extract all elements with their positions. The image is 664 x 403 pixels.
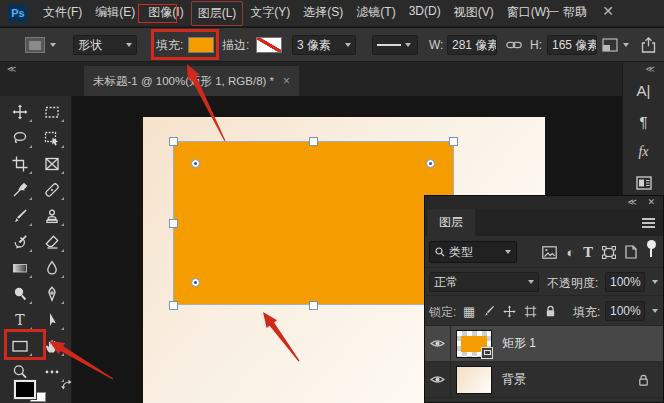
filter-adjustment-icon[interactable]: ◐ bbox=[566, 245, 574, 260]
handle-middle-left[interactable] bbox=[169, 219, 178, 228]
opacity-label: 不透明度: bbox=[547, 275, 598, 292]
lock-pixels-icon[interactable] bbox=[483, 305, 495, 317]
opacity-field[interactable]: 100% bbox=[605, 272, 645, 292]
menu-item[interactable]: 选择(S) bbox=[297, 1, 349, 26]
layer-row-background[interactable]: 背景 bbox=[425, 362, 663, 398]
handle-top-left[interactable] bbox=[169, 137, 178, 146]
chevron-down-icon[interactable] bbox=[652, 309, 658, 313]
layer-name[interactable]: 矩形 1 bbox=[502, 335, 536, 352]
filter-type-select[interactable]: 类型 bbox=[429, 241, 517, 263]
filter-smart-object-icon[interactable] bbox=[625, 245, 637, 259]
link-dimensions-button[interactable] bbox=[506, 35, 522, 55]
layer-row-rectangle[interactable]: 矩形 1 bbox=[425, 326, 663, 362]
pen-tool[interactable] bbox=[38, 282, 66, 306]
lock-all-icon[interactable] bbox=[545, 305, 556, 318]
collapse-toolbar-icon[interactable]: ≪ bbox=[7, 64, 17, 74]
crop-tool[interactable] bbox=[6, 152, 34, 176]
menu-item[interactable]: 视图(V) bbox=[448, 1, 500, 26]
layer-fill-label: 填充: bbox=[573, 304, 600, 321]
lock-artboard-icon[interactable] bbox=[524, 305, 537, 318]
layer-thumbnail[interactable] bbox=[456, 330, 492, 358]
menu-item[interactable]: 图层(L) bbox=[191, 1, 244, 26]
path-operations-button[interactable] bbox=[602, 35, 629, 55]
layers-tab[interactable]: 图层 bbox=[427, 209, 475, 236]
foreground-color-swatch[interactable] bbox=[14, 380, 36, 399]
visibility-toggle[interactable] bbox=[425, 362, 451, 397]
gradient-tool[interactable] bbox=[6, 256, 34, 280]
blend-mode-value: 正常 bbox=[434, 274, 458, 291]
eyedropper-tool[interactable] bbox=[6, 178, 34, 202]
paragraph-panel-icon[interactable]: ¶ bbox=[632, 111, 656, 131]
lock-position-icon[interactable] bbox=[503, 305, 516, 318]
menu-item[interactable]: 编辑(E) bbox=[89, 1, 141, 26]
handle-top-right[interactable] bbox=[449, 137, 458, 146]
layer-name[interactable]: 背景 bbox=[502, 371, 526, 388]
tab-close-icon[interactable]: × bbox=[283, 74, 290, 88]
healing-brush-tool[interactable] bbox=[38, 178, 66, 202]
radius-widget-top-right[interactable] bbox=[426, 159, 435, 168]
move-tool[interactable] bbox=[6, 100, 34, 124]
chevron-down-icon bbox=[405, 43, 411, 47]
visibility-toggle[interactable] bbox=[425, 326, 451, 361]
export-button[interactable] bbox=[641, 35, 656, 55]
layer-thumbnail[interactable] bbox=[456, 366, 492, 394]
collapse-panel-icon[interactable]: ≪ bbox=[628, 197, 637, 207]
chevron-down-icon[interactable] bbox=[652, 280, 658, 284]
blur-tool[interactable] bbox=[38, 256, 66, 280]
filter-shape-icon[interactable] bbox=[602, 246, 616, 259]
hand-tool[interactable] bbox=[38, 334, 66, 358]
menu-item[interactable]: 文件(F) bbox=[37, 1, 88, 26]
lasso-tool[interactable] bbox=[6, 126, 34, 150]
width-field[interactable]: 281 像素 bbox=[447, 35, 497, 55]
stroke-width-field[interactable]: 3 像素 bbox=[292, 35, 356, 55]
layer-fill-field[interactable]: 100% bbox=[605, 301, 645, 321]
close-panel-icon[interactable]: ✕ bbox=[647, 197, 655, 207]
eraser-tool[interactable] bbox=[38, 230, 66, 254]
filter-image-icon[interactable] bbox=[542, 246, 557, 259]
type-tool[interactable]: T bbox=[6, 308, 34, 332]
paragraph-styles-panel-icon[interactable] bbox=[632, 173, 656, 193]
menu-item[interactable]: 滤镜(T) bbox=[350, 1, 401, 26]
radius-widget-bottom-left[interactable] bbox=[191, 278, 200, 287]
frame-tool[interactable] bbox=[38, 152, 66, 176]
document-tab[interactable]: 未标题-1 @ 100%(矩形 1, RGB/8) * × bbox=[84, 66, 299, 96]
filter-toggle-switch[interactable] bbox=[646, 240, 656, 262]
stroke-label: 描边: bbox=[222, 35, 249, 55]
handle-bottom-left[interactable] bbox=[169, 301, 178, 310]
fill-swatch[interactable] bbox=[188, 35, 214, 55]
object-selection-tool[interactable] bbox=[38, 126, 66, 150]
stroke-style-select[interactable] bbox=[372, 35, 418, 55]
dodge-tool[interactable] bbox=[6, 282, 34, 306]
blend-mode-select[interactable]: 正常 bbox=[429, 272, 539, 292]
menu-item[interactable]: 3D(D) bbox=[403, 1, 447, 26]
collapse-dock-icon[interactable]: ≪ bbox=[646, 64, 656, 74]
clone-stamp-tool[interactable] bbox=[38, 204, 66, 228]
height-field[interactable]: 165 像素 bbox=[547, 35, 597, 55]
character-panel-icon[interactable]: A| bbox=[632, 80, 656, 100]
shape-layer-badge-icon bbox=[481, 347, 493, 359]
handle-top-center[interactable] bbox=[309, 137, 318, 146]
filter-type-layers-icon[interactable]: T bbox=[583, 245, 593, 260]
brush-tool[interactable] bbox=[6, 204, 34, 228]
maximize-button[interactable]: ❐ bbox=[575, 5, 585, 18]
lock-transparency-icon[interactable]: ▦ bbox=[463, 304, 475, 319]
tool-preset-picker[interactable] bbox=[25, 35, 56, 55]
orange-rectangle-shape[interactable] bbox=[173, 141, 454, 305]
tool-mode-select[interactable]: 形状 bbox=[73, 35, 137, 55]
effects-panel-icon[interactable]: fx bbox=[632, 142, 656, 162]
close-button[interactable]: ✕ bbox=[602, 3, 614, 19]
history-brush-tool[interactable] bbox=[6, 230, 34, 254]
stroke-swatch[interactable] bbox=[256, 35, 282, 55]
filter-type-value: 类型 bbox=[449, 244, 473, 261]
path-selection-tool[interactable] bbox=[38, 308, 66, 332]
minimize-button[interactable]: — bbox=[546, 4, 558, 18]
panel-menu-icon[interactable] bbox=[642, 218, 655, 230]
swap-colors-icon[interactable] bbox=[60, 378, 74, 392]
handle-bottom-center[interactable] bbox=[309, 301, 318, 310]
rectangle-tool[interactable] bbox=[6, 334, 34, 358]
radius-widget-top-left[interactable] bbox=[191, 159, 200, 168]
chevron-down-icon bbox=[528, 280, 534, 284]
menu-item[interactable]: 图像(I) bbox=[142, 1, 189, 26]
menu-item[interactable]: 文字(Y) bbox=[244, 1, 296, 26]
marquee-tool[interactable] bbox=[38, 100, 66, 124]
